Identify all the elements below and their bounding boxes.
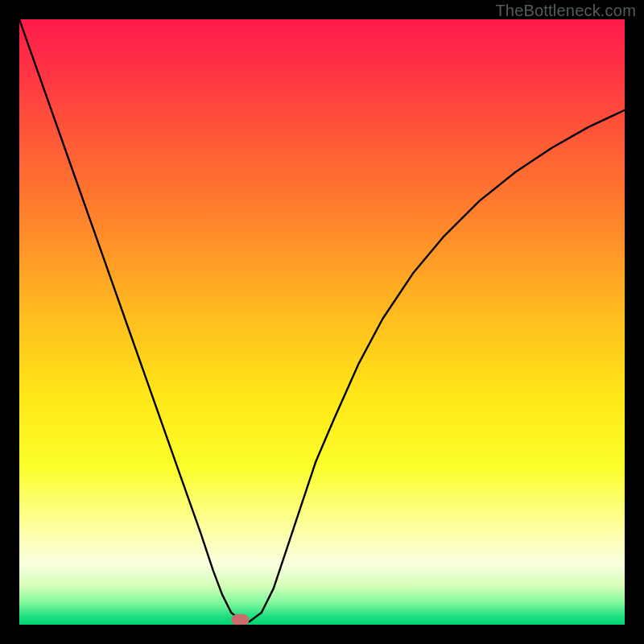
optimal-point-marker <box>231 614 249 625</box>
chart-svg <box>19 19 625 625</box>
chart-container: TheBottleneck.com <box>0 0 644 644</box>
watermark-text: TheBottleneck.com <box>495 2 636 20</box>
gradient-background <box>19 19 625 625</box>
plot-area <box>19 19 625 625</box>
